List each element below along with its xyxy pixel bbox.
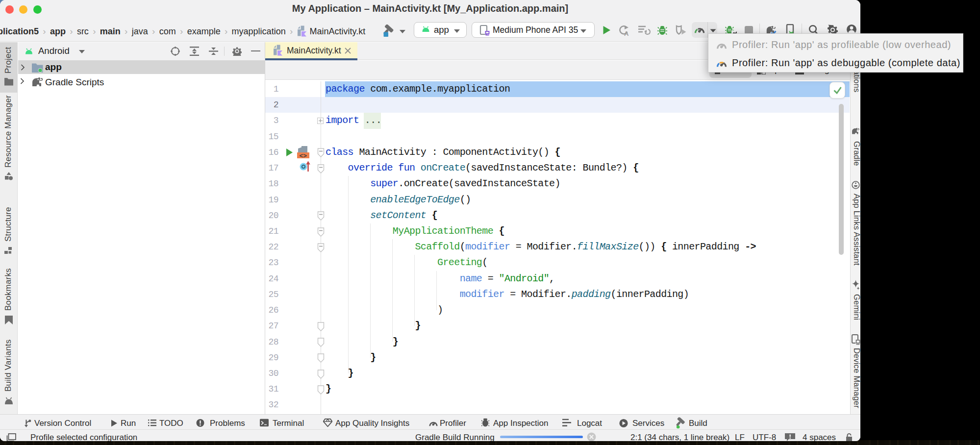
svg-text:A: A — [624, 30, 629, 36]
svg-text:<>: <> — [300, 152, 307, 159]
